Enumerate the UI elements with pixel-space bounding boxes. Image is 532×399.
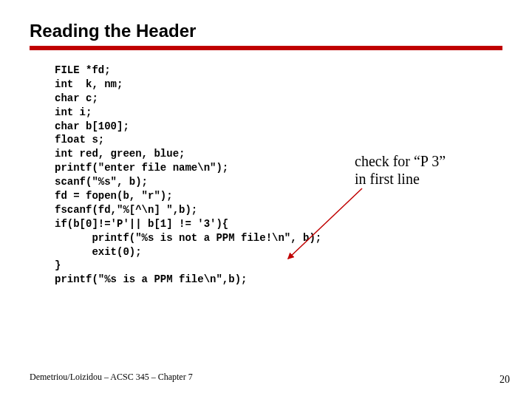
slide-title: Reading the Header <box>30 21 502 41</box>
annotation-line-2: in first line <box>355 171 420 187</box>
title-underline <box>30 46 502 50</box>
page-number: 20 <box>499 374 510 386</box>
footer-credits: Demetriou/Loizidou – ACSC 345 – Chapter … <box>30 372 193 383</box>
slide: Reading the Header FILE *fd; int k, nm; … <box>0 0 532 399</box>
annotation-line-1: check for “P 3” <box>355 153 446 169</box>
annotation-text: check for “P 3” in first line <box>355 152 446 188</box>
